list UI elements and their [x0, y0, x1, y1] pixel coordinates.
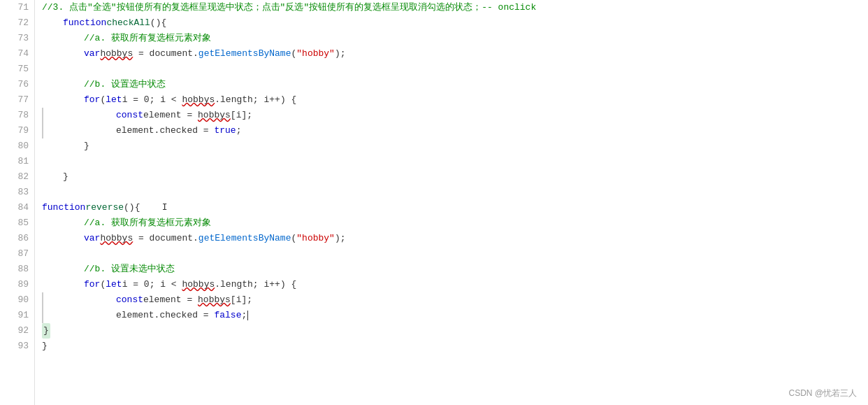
- code-line-85: //a. 获取所有复选框元素对象: [35, 215, 868, 231]
- watermark: CSDN @忧若三人: [788, 388, 857, 399]
- code-line-74: var hobbys = document.getElementsByName(…: [35, 46, 868, 62]
- line-num-85: 85: [0, 215, 34, 231]
- code-line-92: }: [35, 323, 868, 339]
- line-num-78: 78: [0, 108, 34, 123]
- line-num-88: 88: [0, 262, 34, 277]
- line-num-80: 80: [0, 138, 34, 154]
- line-num-76: 76: [0, 77, 34, 92]
- line-num-90: 90: [0, 292, 34, 308]
- code-line-89: for (let i = 0; i < hobbys.length; i++) …: [35, 277, 868, 292]
- line-num-93: 93: [0, 339, 34, 354]
- line-num-79: 79: [0, 123, 34, 138]
- code-line-88: //b. 设置未选中状态: [35, 262, 868, 277]
- code-line-90: const element = hobbys[i];: [35, 292, 868, 308]
- line-num-87: 87: [0, 246, 34, 262]
- code-line-81: [35, 154, 868, 169]
- code-line-71: //3. 点击"全选"按钮使所有的复选框呈现选中状态；点击"反选"按钮使所有的复…: [35, 0, 868, 15]
- line-numbers: 71 72 73 74 75 76 77 78 79 80 81 82 83 8…: [0, 0, 35, 405]
- code-line-83: [35, 185, 868, 200]
- code-line-73: //a. 获取所有复选框元素对象: [35, 31, 868, 46]
- code-line-77: for (let i = 0; i < hobbys.length; i++) …: [35, 92, 868, 108]
- code-line-93: }: [35, 339, 868, 354]
- line-num-91: 91: [0, 308, 34, 323]
- line-num-86: 86: [0, 231, 34, 246]
- line-num-81: 81: [0, 154, 34, 169]
- code-line-80: }: [35, 138, 868, 154]
- code-line-84: function reverse(){ I: [35, 200, 868, 215]
- line-num-82: 82: [0, 169, 34, 185]
- code-line-82: }: [35, 169, 868, 185]
- line-num-77: 77: [0, 92, 34, 108]
- code-line-75: [35, 62, 868, 77]
- line-num-83: 83: [0, 185, 34, 200]
- line-num-72: 72: [0, 15, 34, 31]
- line-num-71: 71: [0, 0, 34, 15]
- code-line-72: function checkAll(){: [35, 15, 868, 31]
- code-editor: 71 72 73 74 75 76 77 78 79 80 81 82 83 8…: [0, 0, 868, 405]
- line-num-84: 84: [0, 200, 34, 215]
- line-num-75: 75: [0, 62, 34, 77]
- line-num-89: 89: [0, 277, 34, 292]
- code-line-86: var hobbys = document.getElementsByName(…: [35, 231, 868, 246]
- line-num-92: 92: [0, 323, 34, 339]
- code-line-91: element.checked = false;: [35, 308, 868, 323]
- code-line-76: //b. 设置选中状态: [35, 77, 868, 92]
- code-area[interactable]: //3. 点击"全选"按钮使所有的复选框呈现选中状态；点击"反选"按钮使所有的复…: [35, 0, 868, 405]
- line-num-74: 74: [0, 46, 34, 62]
- code-line-78: const element = hobbys[i];: [35, 108, 868, 123]
- code-line-79: element.checked = true;: [35, 123, 868, 138]
- code-line-87: [35, 246, 868, 262]
- line-num-73: 73: [0, 31, 34, 46]
